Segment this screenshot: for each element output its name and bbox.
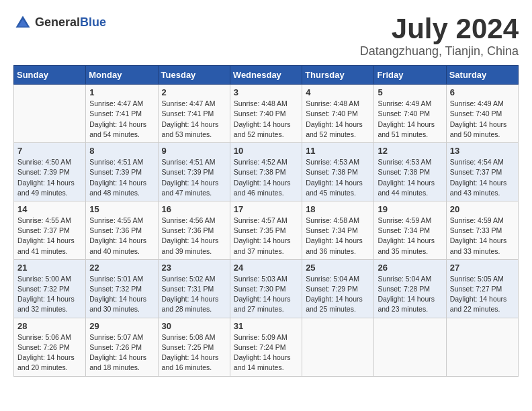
day-number: 14 <box>17 204 82 214</box>
calendar-cell: 5Sunrise: 4:49 AMSunset: 7:40 PMDaylight… <box>374 85 446 143</box>
calendar-cell: 27Sunrise: 5:05 AMSunset: 7:27 PMDayligh… <box>446 259 518 318</box>
day-number: 21 <box>17 263 82 273</box>
day-number: 23 <box>162 263 226 273</box>
day-info: Sunrise: 5:05 AMSunset: 7:27 PMDaylight:… <box>450 274 515 315</box>
day-number: 27 <box>450 263 515 273</box>
day-number: 8 <box>89 146 154 156</box>
calendar-cell <box>14 85 86 143</box>
calendar-cell: 29Sunrise: 5:07 AMSunset: 7:26 PMDayligh… <box>86 318 158 376</box>
calendar-cell: 20Sunrise: 4:59 AMSunset: 7:33 PMDayligh… <box>446 201 518 259</box>
day-info: Sunrise: 4:56 AMSunset: 7:36 PMDaylight:… <box>162 216 226 257</box>
day-number: 10 <box>234 146 298 156</box>
title-area: July 2024 Datangzhuang, Tianjin, China <box>360 13 519 58</box>
calendar-cell: 16Sunrise: 4:56 AMSunset: 7:36 PMDayligh… <box>158 201 230 259</box>
calendar-cell: 19Sunrise: 4:59 AMSunset: 7:34 PMDayligh… <box>374 201 446 259</box>
day-number: 6 <box>450 87 515 97</box>
calendar-cell: 3Sunrise: 4:48 AMSunset: 7:40 PMDaylight… <box>230 85 302 143</box>
day-number: 9 <box>162 146 226 156</box>
calendar-cell: 30Sunrise: 5:08 AMSunset: 7:25 PMDayligh… <box>158 318 230 376</box>
calendar-cell: 23Sunrise: 5:02 AMSunset: 7:31 PMDayligh… <box>158 259 230 318</box>
calendar-cell: 25Sunrise: 5:04 AMSunset: 7:29 PMDayligh… <box>302 259 374 318</box>
day-number: 20 <box>450 204 515 214</box>
day-info: Sunrise: 5:03 AMSunset: 7:30 PMDaylight:… <box>234 274 298 315</box>
day-number: 26 <box>378 263 442 273</box>
calendar-week-row: 1Sunrise: 4:47 AMSunset: 7:41 PMDaylight… <box>14 85 519 143</box>
day-info: Sunrise: 4:51 AMSunset: 7:39 PMDaylight:… <box>162 157 226 198</box>
calendar-cell: 6Sunrise: 4:49 AMSunset: 7:40 PMDaylight… <box>446 85 518 143</box>
day-number: 2 <box>162 87 226 97</box>
day-number: 7 <box>17 146 82 156</box>
day-info: Sunrise: 5:06 AMSunset: 7:26 PMDaylight:… <box>17 332 82 373</box>
logo-icon <box>13 13 32 32</box>
day-info: Sunrise: 5:02 AMSunset: 7:31 PMDaylight:… <box>162 274 226 315</box>
weekday-header: Saturday <box>446 66 518 85</box>
logo: GeneralBlue <box>13 13 106 32</box>
day-info: Sunrise: 4:53 AMSunset: 7:38 PMDaylight:… <box>378 157 442 198</box>
logo-blue: Blue <box>80 15 106 29</box>
day-number: 24 <box>234 263 298 273</box>
header: GeneralBlue July 2024 Datangzhuang, Tian… <box>13 13 519 58</box>
day-info: Sunrise: 4:52 AMSunset: 7:38 PMDaylight:… <box>234 157 298 198</box>
day-number: 30 <box>162 321 226 331</box>
day-info: Sunrise: 4:50 AMSunset: 7:39 PMDaylight:… <box>17 157 82 198</box>
day-number: 29 <box>89 321 154 331</box>
calendar-cell: 10Sunrise: 4:52 AMSunset: 7:38 PMDayligh… <box>230 143 302 201</box>
day-info: Sunrise: 5:00 AMSunset: 7:32 PMDaylight:… <box>17 274 82 315</box>
calendar-week-row: 21Sunrise: 5:00 AMSunset: 7:32 PMDayligh… <box>14 259 519 318</box>
calendar-cell: 2Sunrise: 4:47 AMSunset: 7:41 PMDaylight… <box>158 85 230 143</box>
calendar-cell <box>446 318 518 376</box>
day-info: Sunrise: 5:04 AMSunset: 7:28 PMDaylight:… <box>378 274 442 315</box>
calendar-cell <box>374 318 446 376</box>
logo-general: General <box>35 15 80 29</box>
calendar-cell: 21Sunrise: 5:00 AMSunset: 7:32 PMDayligh… <box>14 259 86 318</box>
calendar-week-row: 14Sunrise: 4:55 AMSunset: 7:37 PMDayligh… <box>14 201 519 259</box>
day-info: Sunrise: 4:48 AMSunset: 7:40 PMDaylight:… <box>234 99 298 140</box>
day-info: Sunrise: 4:55 AMSunset: 7:36 PMDaylight:… <box>89 216 154 257</box>
day-info: Sunrise: 4:53 AMSunset: 7:38 PMDaylight:… <box>306 157 370 198</box>
calendar-cell: 7Sunrise: 4:50 AMSunset: 7:39 PMDaylight… <box>14 143 86 201</box>
day-number: 12 <box>378 146 442 156</box>
calendar-cell: 13Sunrise: 4:54 AMSunset: 7:37 PMDayligh… <box>446 143 518 201</box>
day-info: Sunrise: 5:01 AMSunset: 7:32 PMDaylight:… <box>89 274 154 315</box>
calendar-cell: 8Sunrise: 4:51 AMSunset: 7:39 PMDaylight… <box>86 143 158 201</box>
calendar-cell: 22Sunrise: 5:01 AMSunset: 7:32 PMDayligh… <box>86 259 158 318</box>
calendar-cell: 18Sunrise: 4:58 AMSunset: 7:34 PMDayligh… <box>302 201 374 259</box>
day-number: 17 <box>234 204 298 214</box>
day-number: 16 <box>162 204 226 214</box>
day-number: 18 <box>306 204 370 214</box>
day-number: 31 <box>234 321 298 331</box>
weekday-header: Friday <box>374 66 446 85</box>
calendar-cell: 11Sunrise: 4:53 AMSunset: 7:38 PMDayligh… <box>302 143 374 201</box>
day-number: 22 <box>89 263 154 273</box>
weekday-header: Thursday <box>302 66 374 85</box>
calendar-cell: 28Sunrise: 5:06 AMSunset: 7:26 PMDayligh… <box>14 318 86 376</box>
weekday-header: Sunday <box>14 66 86 85</box>
weekday-header: Tuesday <box>158 66 230 85</box>
day-info: Sunrise: 4:57 AMSunset: 7:35 PMDaylight:… <box>234 216 298 257</box>
location-title: Datangzhuang, Tianjin, China <box>360 44 519 58</box>
day-number: 11 <box>306 146 370 156</box>
calendar-cell: 14Sunrise: 4:55 AMSunset: 7:37 PMDayligh… <box>14 201 86 259</box>
calendar-week-row: 7Sunrise: 4:50 AMSunset: 7:39 PMDaylight… <box>14 143 519 201</box>
month-title: July 2024 <box>360 13 519 44</box>
day-info: Sunrise: 4:59 AMSunset: 7:34 PMDaylight:… <box>378 216 442 257</box>
calendar-cell: 31Sunrise: 5:09 AMSunset: 7:24 PMDayligh… <box>230 318 302 376</box>
day-info: Sunrise: 4:54 AMSunset: 7:37 PMDaylight:… <box>450 157 515 198</box>
calendar-cell: 4Sunrise: 4:48 AMSunset: 7:40 PMDaylight… <box>302 85 374 143</box>
day-info: Sunrise: 4:49 AMSunset: 7:40 PMDaylight:… <box>450 99 515 140</box>
calendar-table: SundayMondayTuesdayWednesdayThursdayFrid… <box>13 65 519 376</box>
calendar-cell: 17Sunrise: 4:57 AMSunset: 7:35 PMDayligh… <box>230 201 302 259</box>
weekday-header: Monday <box>86 66 158 85</box>
calendar-body: 1Sunrise: 4:47 AMSunset: 7:41 PMDaylight… <box>14 85 519 376</box>
day-info: Sunrise: 4:58 AMSunset: 7:34 PMDaylight:… <box>306 216 370 257</box>
calendar-week-row: 28Sunrise: 5:06 AMSunset: 7:26 PMDayligh… <box>14 318 519 376</box>
day-number: 25 <box>306 263 370 273</box>
day-info: Sunrise: 5:08 AMSunset: 7:25 PMDaylight:… <box>162 332 226 373</box>
day-number: 15 <box>89 204 154 214</box>
day-info: Sunrise: 4:55 AMSunset: 7:37 PMDaylight:… <box>17 216 82 257</box>
day-info: Sunrise: 4:49 AMSunset: 7:40 PMDaylight:… <box>378 99 442 140</box>
header-row: SundayMondayTuesdayWednesdayThursdayFrid… <box>14 66 519 85</box>
day-info: Sunrise: 4:47 AMSunset: 7:41 PMDaylight:… <box>89 99 154 140</box>
day-info: Sunrise: 4:59 AMSunset: 7:33 PMDaylight:… <box>450 216 515 257</box>
day-number: 3 <box>234 87 298 97</box>
